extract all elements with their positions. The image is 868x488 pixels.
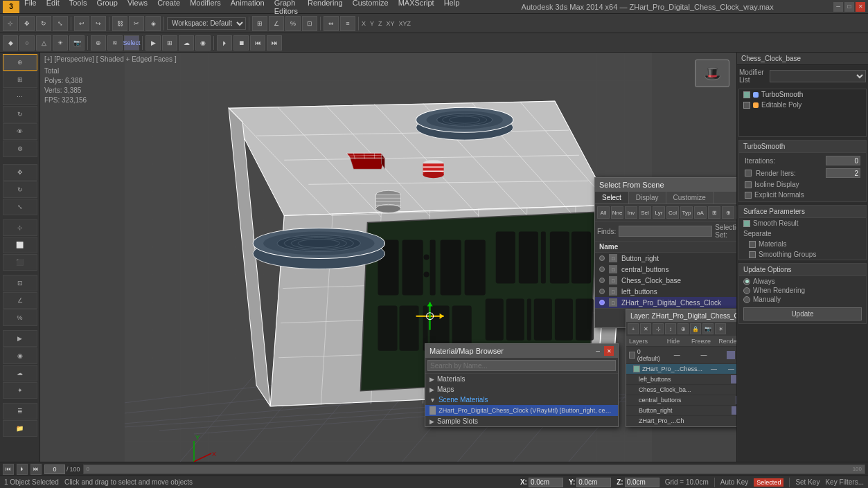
link-btn[interactable]: ⛓ bbox=[112, 16, 127, 31]
update-btn[interactable]: Update bbox=[743, 307, 862, 320]
next-frame-btn[interactable]: ⏭ bbox=[267, 35, 282, 51]
layer-row-5[interactable]: Button_right bbox=[626, 406, 736, 416]
spacewarps-btn[interactable]: ≋ bbox=[107, 35, 123, 51]
smoothing-groups-check[interactable] bbox=[749, 251, 756, 258]
modifier-list-dropdown[interactable] bbox=[770, 70, 866, 82]
percent-snap-btn[interactable]: % bbox=[285, 16, 301, 31]
layer-hide-4[interactable] bbox=[684, 399, 707, 401]
sidebar-render[interactable]: ▶ bbox=[3, 330, 37, 347]
move-tool-btn[interactable]: ✥ bbox=[19, 16, 35, 31]
find-input[interactable] bbox=[619, 226, 712, 237]
layer-row-1[interactable]: ZHart_Pro_...Chess... — — bbox=[626, 364, 736, 374]
sidebar-display[interactable]: 👁 bbox=[3, 123, 37, 140]
sidebar-scene-explorer[interactable]: 📁 bbox=[3, 420, 37, 437]
layer-hide-1[interactable]: — bbox=[705, 365, 723, 373]
isoline-check[interactable] bbox=[745, 181, 752, 188]
redo-btn[interactable]: ↪ bbox=[91, 16, 106, 31]
layer-freeze-2[interactable] bbox=[698, 379, 723, 380]
bind-btn[interactable]: ◈ bbox=[145, 16, 161, 31]
layer-render-5[interactable] bbox=[724, 406, 736, 415]
timeline-prev-btn[interactable]: ⏮ bbox=[3, 464, 14, 475]
snap-btn[interactable]: ⊞ bbox=[252, 16, 267, 31]
dlg-tool-none[interactable]: Nne bbox=[611, 206, 623, 219]
menu-views[interactable]: Views bbox=[125, 0, 150, 15]
render-env-btn[interactable]: ☁ bbox=[179, 35, 194, 51]
layer-check-0[interactable] bbox=[629, 352, 635, 359]
timeline-track[interactable]: 0 100 bbox=[83, 464, 865, 474]
list-item-0[interactable]: □ Button_right bbox=[595, 253, 736, 264]
unlink-btn[interactable]: ✂ bbox=[129, 16, 144, 31]
sidebar-scale[interactable]: ⤡ bbox=[3, 199, 37, 215]
y-input[interactable] bbox=[576, 478, 611, 487]
align-btn[interactable]: ≡ bbox=[340, 16, 355, 31]
sidebar-modify[interactable]: ⊞ bbox=[3, 71, 37, 88]
layer-freeze-4[interactable] bbox=[707, 399, 729, 401]
layer-lock-btn[interactable]: 🔒 bbox=[690, 323, 701, 334]
maximize-button[interactable]: □ bbox=[844, 2, 854, 12]
menu-graph-editors[interactable]: Graph Editors bbox=[272, 0, 300, 15]
render-iters-input[interactable] bbox=[826, 168, 860, 178]
layer-hide-6[interactable] bbox=[687, 420, 709, 422]
select-scene-titlebar[interactable]: Select From Scene ✕ bbox=[595, 178, 736, 192]
menu-animation[interactable]: Animation bbox=[229, 0, 267, 15]
radio-manually[interactable]: Manually bbox=[743, 296, 862, 303]
menu-rendering[interactable]: Rendering bbox=[305, 0, 345, 15]
layer-add-btn[interactable]: + bbox=[628, 323, 639, 334]
layer-hide-3[interactable] bbox=[694, 389, 714, 390]
sidebar-region-select[interactable]: ⬜ bbox=[3, 237, 37, 253]
menu-group[interactable]: Group bbox=[94, 0, 120, 15]
dlg-tool-all[interactable]: All bbox=[597, 206, 610, 219]
layer-camera-btn[interactable]: 📷 bbox=[702, 323, 714, 334]
geometry-btn[interactable]: ○ bbox=[19, 35, 35, 51]
sidebar-angle-snap[interactable]: ∠ bbox=[3, 292, 37, 309]
layer-freeze-6[interactable] bbox=[709, 420, 730, 422]
minimize-button[interactable]: ─ bbox=[833, 2, 843, 12]
list-item-4[interactable]: □ ZHart_Pro_Digital_Chess_Clock bbox=[595, 297, 736, 308]
sidebar-rotate[interactable]: ↻ bbox=[3, 181, 37, 198]
mod-check-turbosmooth[interactable] bbox=[743, 91, 750, 98]
viewport-hat-icon[interactable]: 🎩 bbox=[695, 60, 729, 87]
modifier-turbosmooth[interactable]: TurboSmooth bbox=[739, 89, 866, 100]
dlg-tool-sel[interactable]: Sel bbox=[639, 206, 651, 219]
layer-hide-5[interactable] bbox=[675, 410, 700, 411]
layer-row-3[interactable]: Chess_Clock_ba... bbox=[626, 385, 736, 395]
close-button[interactable]: ✕ bbox=[856, 2, 865, 12]
layers-titlebar[interactable]: Layer: ZHart_Pro_Digital_Chess_Clock ─ ✕ bbox=[626, 309, 736, 322]
menu-edit[interactable]: Edit bbox=[44, 0, 62, 15]
mat-browser-close-btn[interactable]: ✕ bbox=[604, 346, 614, 356]
cameras-btn[interactable]: 📷 bbox=[69, 35, 85, 51]
layer-row-6[interactable]: ZHart_Pro_...Ch bbox=[626, 416, 736, 426]
scale-tool-btn[interactable]: ⤡ bbox=[53, 16, 68, 31]
dlg-tool-case[interactable]: aA bbox=[694, 206, 707, 219]
mat-search-input[interactable] bbox=[427, 360, 616, 371]
lights-btn[interactable]: ☀ bbox=[53, 35, 68, 51]
sidebar-hierarchy[interactable]: ⋯ bbox=[3, 89, 37, 105]
render-iters-check[interactable] bbox=[745, 170, 752, 177]
sidebar-material[interactable]: ◉ bbox=[3, 347, 37, 364]
layer-row-0[interactable]: 0 (default) — — bbox=[626, 347, 736, 364]
dialog-tab-customize[interactable]: Customize bbox=[666, 192, 714, 204]
sidebar-effects[interactable]: ✦ bbox=[3, 382, 37, 399]
list-item-1[interactable]: □ central_buttons bbox=[595, 264, 736, 275]
timeline-play-btn[interactable]: ⏵ bbox=[17, 464, 28, 475]
select-tool-btn[interactable]: ⊹ bbox=[3, 16, 18, 31]
smooth-result-check[interactable] bbox=[743, 220, 750, 227]
x-input[interactable] bbox=[529, 478, 563, 487]
mat-scene-material-item[interactable]: ZHart_Pro_Digital_Chess_Clock (VRayMtl) … bbox=[425, 405, 618, 416]
layer-render-4[interactable] bbox=[729, 395, 736, 405]
layer-del-btn[interactable]: ✕ bbox=[640, 323, 651, 334]
layer-move-btn[interactable]: ↕ bbox=[665, 323, 676, 334]
layer-hide-0[interactable]: — bbox=[664, 351, 691, 359]
explicit-normals-check[interactable] bbox=[745, 192, 752, 199]
layer-freeze-1[interactable]: — bbox=[723, 365, 736, 373]
dlg-tool-invert[interactable]: Inv bbox=[625, 206, 637, 219]
sidebar-motion[interactable]: ↻ bbox=[3, 106, 37, 123]
sidebar-create[interactable]: ⊕ bbox=[3, 54, 37, 71]
menu-file[interactable]: File bbox=[22, 0, 39, 15]
sidebar-utilities[interactable]: ⚙ bbox=[3, 141, 37, 157]
surface-params-header[interactable]: Surface Parameters bbox=[739, 206, 866, 218]
prev-frame-btn[interactable]: ⏮ bbox=[250, 35, 265, 51]
layer-sel-btn[interactable]: ⊹ bbox=[653, 323, 664, 334]
render-frame-btn[interactable]: ▶ bbox=[145, 35, 161, 51]
angle-snap-btn[interactable]: ∠ bbox=[269, 16, 284, 31]
